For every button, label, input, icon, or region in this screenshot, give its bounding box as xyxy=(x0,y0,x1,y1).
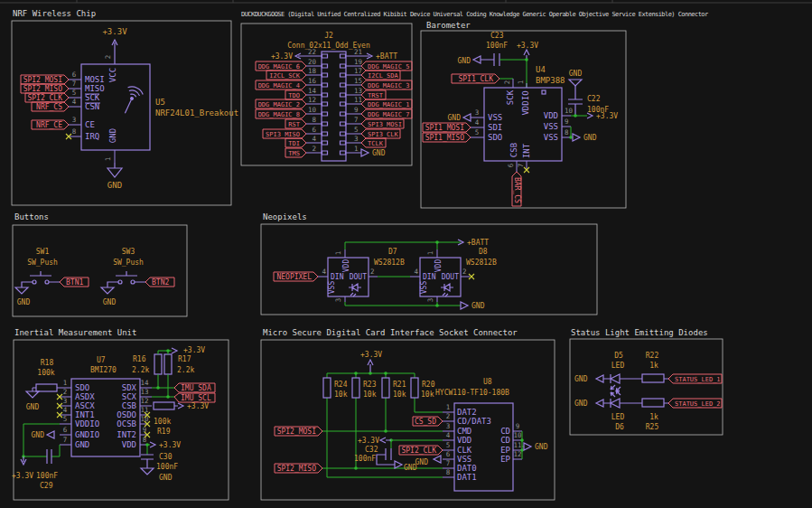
gnd-flag-r18[interactable]: GND xyxy=(26,391,40,411)
value: WS2812B xyxy=(466,259,497,267)
power-flag-3v3-vdd-sd[interactable]: +3.3V xyxy=(358,437,391,445)
pin-number: 6 xyxy=(312,126,316,134)
gnd-flag-neo[interactable]: GND xyxy=(461,302,485,310)
contact xyxy=(131,280,135,284)
resistor-r17[interactable]: R17 2.2k xyxy=(164,354,194,374)
resistor-r16[interactable]: R16 2.2k xyxy=(132,354,162,374)
power-flag-3v3-baro[interactable]: +3.3V xyxy=(517,42,538,60)
gnd-flag-j2[interactable]: GND xyxy=(361,149,386,157)
hier-label-neopixel[interactable]: NEOPIXEL xyxy=(274,272,318,281)
pin-number: 10 xyxy=(565,107,574,115)
power-arrow xyxy=(361,53,372,59)
power-flag-3v3-c29[interactable]: +3.3V xyxy=(12,456,33,480)
resistor-r19[interactable]: 100k R19 xyxy=(154,402,178,436)
gnd-flag-c32[interactable]: GND xyxy=(395,461,417,472)
power-net: GND xyxy=(26,403,40,411)
power-flag-3v3-sd[interactable]: +3.3V xyxy=(360,351,382,373)
section-title: Buttons xyxy=(14,212,49,221)
power-flag-3v3-pullups[interactable]: +3.3V xyxy=(172,346,205,354)
cap-c32[interactable]: C32 100nF xyxy=(354,446,395,465)
hier-label-spi1-miso[interactable]: SPI1_MISO xyxy=(423,133,471,142)
hier-label-btn1[interactable]: BTN1 xyxy=(60,278,89,287)
hier-label-spi2-clk[interactable]: SPI2_CLK xyxy=(25,93,69,102)
led-d5[interactable]: D5 LED xyxy=(603,352,642,391)
section-title: Barometer xyxy=(426,21,471,30)
resistor-r21[interactable]: R21 10k xyxy=(382,378,406,399)
hier-label-spi2-miso[interactable]: SPI2_MISO xyxy=(21,84,69,93)
resistor-r25[interactable]: 1k R25 xyxy=(642,399,668,431)
resistor-r24[interactable]: R24 10k xyxy=(323,378,348,399)
power-flag-3v3-csb[interactable]: +3.3V xyxy=(178,402,209,410)
ref-des: C32 xyxy=(365,446,378,454)
gnd-flag-c22[interactable]: GND xyxy=(569,70,583,86)
ref-des: R20 xyxy=(422,381,435,389)
component-u8[interactable]: U8 HYCW110-TF10-180B 1 2 3 4 5 6 7 8 DAT… xyxy=(435,378,522,491)
hier-label: SPI1_MOSI xyxy=(425,124,465,132)
hier-label-spi1-clk[interactable]: SPI1_CLK xyxy=(452,74,499,83)
hier-label: I2CL_SDA xyxy=(368,72,399,80)
hier-label-imu-scl[interactable]: IMU_SCL xyxy=(174,393,215,402)
resistor-r20[interactable]: R20 10k xyxy=(411,378,435,399)
gnd-flag-sw1[interactable]: GND xyxy=(15,282,30,306)
hier-label-spi2-mosi-sd[interactable]: SPI2_MOSI xyxy=(275,427,322,436)
gnd-flag-vss3[interactable]: GND xyxy=(448,114,471,122)
power-flag-3v3-vdd8[interactable]: +3.3V xyxy=(150,441,181,449)
gnd-flag-vss-sd[interactable]: GND xyxy=(415,456,441,466)
gnd-flag-vss89[interactable]: GND xyxy=(573,134,597,142)
value: 10k xyxy=(421,390,434,399)
cap-c23[interactable]: C23 100nF xyxy=(481,32,508,66)
power-net: GND xyxy=(448,114,462,122)
ref-des: R25 xyxy=(646,423,659,431)
hier-label-status-led-2[interactable]: STATUS_LED_2 xyxy=(668,399,722,408)
gnd-flag-sd-right[interactable]: GND xyxy=(524,443,548,451)
hier-label-bar-cs[interactable]: BAR_CS xyxy=(512,172,521,206)
power-flag-3v3-j2[interactable]: +3.3V xyxy=(271,52,306,61)
hier-label-spi2-clk-sd[interactable]: SPI2_CLK xyxy=(399,446,443,455)
switch-sw3[interactable]: SW3 SW_Push xyxy=(109,248,145,284)
switch-sw1[interactable]: SW1 SW_Push xyxy=(23,248,60,284)
component-u5[interactable]: VCC GND 6 7 5 4 3 8 MOSI MISO SCK CSN CE… xyxy=(69,64,238,163)
power-net: +3.3V xyxy=(159,441,181,449)
resistor-r23[interactable]: R23 10k xyxy=(352,378,377,399)
hier-label: NEOPIXEL xyxy=(276,273,312,281)
hier-label: DDG_MAGIC_8 xyxy=(258,111,300,118)
power-flag-batt-j2[interactable]: +BATT xyxy=(361,52,397,61)
hier-label-spi2-miso-sd[interactable]: SPI2_MISO xyxy=(275,464,322,473)
gnd-triangle-icon xyxy=(395,461,402,468)
hier-label: SPI3_MISO xyxy=(266,131,300,138)
hier-labels-j2-right[interactable]: DDG_MAGIC_5 I2CL_SDA DDG_MAGIC_3 TRST DD… xyxy=(361,61,412,147)
hier-label-spi2-mosi[interactable]: SPI2_MOSI xyxy=(21,75,69,84)
pin-number: 2 xyxy=(446,412,451,420)
led-glyph-icon xyxy=(349,284,361,296)
cap-c29[interactable]: C29 100nF xyxy=(36,449,58,490)
hier-label-nrf-ce[interactable]: NRF_CE xyxy=(32,120,69,129)
led-d6[interactable]: LED D6 xyxy=(603,390,642,431)
gnd-flag-c23[interactable]: GND xyxy=(458,56,481,65)
gnd-flag-d6[interactable]: GND xyxy=(574,400,603,408)
resistor-r18[interactable]: R18 100k xyxy=(33,359,60,391)
component-d8[interactable]: 4 2 1 3 DIN DOUT VDD VSS D8 WS2812B xyxy=(410,248,497,302)
pin-name: GND xyxy=(75,440,89,449)
junction-dot xyxy=(569,136,573,139)
component-d7[interactable]: 4 2 1 3 DIN DOUT VDD VSS D7 WS2812B xyxy=(318,248,405,302)
hier-label-btn2[interactable]: BTN2 xyxy=(145,278,174,287)
hier-labels-j2-left[interactable]: DDG_MAGIC_6 I2CL_SCK DDG_MAGIC_4 TDO DDG… xyxy=(256,61,306,157)
hier-label: STATUS_LED_1 xyxy=(675,376,721,383)
gnd-flag-sw3[interactable]: GND xyxy=(101,282,116,306)
resistor-r22[interactable]: R22 1k xyxy=(642,352,668,382)
hier-label-cs-sd[interactable]: CS_SD xyxy=(413,417,443,426)
hier-label: DDG_MAGIC_3 xyxy=(368,82,409,89)
pin-name: VDD xyxy=(544,111,558,120)
power-flag-batt-neo[interactable]: +BATT xyxy=(458,239,489,247)
power-net: +3.3V xyxy=(12,472,33,480)
hier-label-nrf-cs[interactable]: NRF_CS xyxy=(32,102,69,111)
gnd-stem xyxy=(107,282,109,287)
gnd-flag-d5[interactable]: GND xyxy=(574,375,603,383)
hier-label-status-led-1[interactable]: STATUS_LED_1 xyxy=(668,374,722,383)
hier-label-spi1-mosi[interactable]: SPI1_MOSI xyxy=(423,123,471,132)
hier-label-imu-sda[interactable]: IMU_SDA xyxy=(174,383,215,392)
gnd-flag-gndio[interactable]: GND xyxy=(32,431,54,439)
junction-dot xyxy=(525,58,528,61)
gnd-flag-nrf[interactable]: 1 GND xyxy=(104,157,122,190)
pin-number: 4 xyxy=(312,135,316,143)
